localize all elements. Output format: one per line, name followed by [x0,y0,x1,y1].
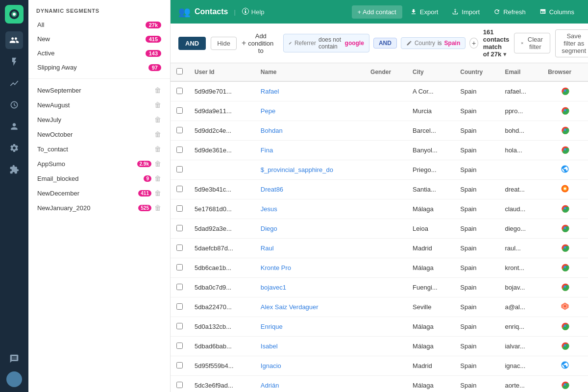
sidebar-item-slipping-away[interactable]: Slipping Away 97 [32,60,166,74]
row-name[interactable]: $_provincial_sapphire_do [255,160,365,180]
row-country: Spain [454,199,499,219]
delete-icon-newjanuary[interactable]: 🗑 [154,204,161,212]
row-checkbox-7[interactable] [176,225,183,231]
row-checkbox-10[interactable] [176,284,183,290]
row-browser [542,101,588,121]
custom-seg-newjanuary_2020[interactable]: NewJanuary_2020 525 🗑 [28,200,170,215]
delete-icon-newjuly[interactable]: 🗑 [154,116,161,123]
country-condition-tag[interactable]: Country is Spain [401,37,466,49]
row-name[interactable]: Enrique [255,317,365,337]
row-checkbox-12[interactable] [176,323,183,329]
row-browser [542,297,588,317]
row-name[interactable]: Ignacio [255,356,365,376]
add-contact-button[interactable]: + Add contact [352,5,402,19]
row-checkbox-11[interactable] [176,303,183,310]
delete-icon-newoctober[interactable]: 🗑 [154,130,161,138]
row-name[interactable]: bojavec1 [255,278,365,297]
row-checkbox-8[interactable] [176,245,183,251]
th-gender: Gender [365,63,407,81]
row-name[interactable]: Jesus [255,199,365,219]
custom-seg-newoctober[interactable]: NewOctober 🗑 [28,127,170,142]
delete-icon-newdecember[interactable]: 🗑 [154,189,161,197]
clear-filter-button[interactable]: Clear filter [514,33,550,53]
row-name[interactable]: Adrián [255,376,365,392]
row-name[interactable]: Diego [255,219,365,239]
delete-icon-email_blocked[interactable]: 🗑 [154,174,161,182]
delete-icon-to_contact[interactable]: 🗑 [154,145,161,153]
nav-circle[interactable] [5,96,23,114]
row-checkbox-6[interactable] [176,205,183,212]
row-checkbox-2[interactable] [176,127,183,133]
row-name[interactable]: Kronte Pro [255,258,365,278]
row-name[interactable]: Raul [255,239,365,258]
row-checkbox-1[interactable] [176,107,183,114]
referrer-condition-tag[interactable]: Referrer does not contain google [283,34,369,52]
import-button[interactable]: Import [446,5,486,19]
columns-button[interactable]: Columns [534,5,580,19]
delete-icon-newaugust[interactable]: 🗑 [154,101,161,109]
nav-lightning[interactable] [5,53,23,71]
hide-button[interactable]: Hide [211,37,237,50]
row-checkbox-4[interactable] [176,166,183,172]
sidebar-item-all[interactable]: All 27k [32,18,166,32]
row-user-id: 5d9da9e11... [189,101,255,121]
user-avatar[interactable] [6,371,22,387]
row-name[interactable]: Fina [255,141,365,160]
row-checkbox-15[interactable] [176,382,183,388]
row-name[interactable]: Isabel [255,337,365,356]
custom-seg-newjuly[interactable]: NewJuly 🗑 [28,112,170,127]
row-checkbox-14[interactable] [176,362,183,368]
row-city: Priego... [407,160,454,180]
row-city: Madrid [407,239,454,258]
nav-chat[interactable] [5,350,23,368]
sidebar-item-new[interactable]: New 415 [32,32,166,46]
svg-point-10 [564,148,566,151]
custom-seg-newdecember[interactable]: NewDecember 411 🗑 [28,186,170,200]
custom-seg-appsumo[interactable]: AppSumo 2.9k 🗑 [28,156,170,171]
help-label[interactable]: Help [251,8,265,16]
delete-icon-appsumo[interactable]: 🗑 [154,160,161,168]
row-city: Leioa [407,219,454,239]
refresh-button[interactable]: Refresh [488,5,532,19]
row-browser [542,258,588,278]
row-city: Barcel... [407,121,454,141]
svg-point-32 [564,384,566,386]
nav-contacts[interactable] [5,31,23,49]
export-button[interactable]: Export [404,5,444,19]
edit-icon-country [406,40,412,46]
delete-icon-newseptember[interactable]: 🗑 [154,86,161,94]
sidebar-item-active[interactable]: Active 143 [32,46,166,60]
filter-bar: AND Hide + Add condition to Referrer doe… [171,24,588,63]
row-checkbox-3[interactable] [176,147,183,153]
row-name[interactable]: Rafael [255,81,365,101]
nav-plugin[interactable] [5,161,23,178]
row-name[interactable]: Dreat86 [255,180,365,199]
row-name[interactable]: Bohdan [255,121,365,141]
custom-seg-email_blocked[interactable]: Email_blocked 9 🗑 [28,171,170,186]
row-name[interactable]: Pepe [255,101,365,121]
select-all-checkbox[interactable] [176,68,183,74]
add-tag-button[interactable]: + [469,38,478,49]
custom-seg-newaugust[interactable]: NewAugust 🗑 [28,98,170,112]
row-name[interactable]: Alex Saiz Verdaguer [255,297,365,317]
row-email: ppro... [499,101,542,121]
row-checkbox-9[interactable] [176,264,183,270]
row-checkbox-0[interactable] [176,88,183,94]
custom-seg-to_contact[interactable]: To_contact 🗑 [28,142,170,156]
nav-gear[interactable] [5,139,23,157]
row-checkbox-5[interactable] [176,186,183,192]
nav-chart[interactable] [5,74,23,92]
svg-point-19 [564,246,566,249]
row-email: a@al... [499,297,542,317]
add-condition-button[interactable]: + Add condition to [242,32,273,54]
row-checkbox-13[interactable] [176,343,183,349]
th-email: Email [499,63,542,81]
row-country: Spain [454,297,499,317]
app-logo[interactable] [5,5,24,24]
custom-seg-newseptember[interactable]: NewSeptember 🗑 [28,83,170,98]
and-button[interactable]: AND [178,37,206,50]
save-filter-button[interactable]: Save filter as segment [555,29,588,57]
nav-user[interactable] [5,118,23,135]
count-chevron[interactable]: ▾ [503,50,507,58]
row-email: enriq... [499,317,542,337]
